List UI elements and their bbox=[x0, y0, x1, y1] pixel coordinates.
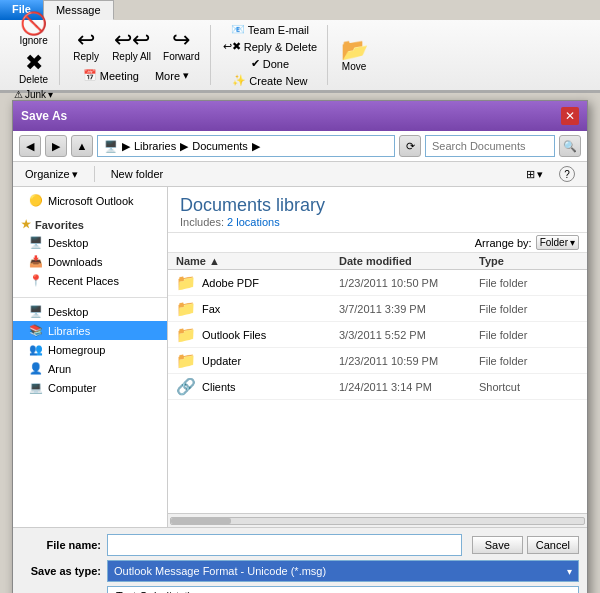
file-name: Updater bbox=[202, 355, 339, 367]
ribbon: File Message 🚫 Ignore ✖ Delete ⚠ Junk ▾ bbox=[0, 0, 600, 93]
move-button[interactable]: 📂 Move bbox=[336, 37, 372, 74]
folder-icon: 📁 bbox=[176, 299, 196, 318]
column-headers: Name ▲ Date modified Type bbox=[168, 253, 587, 270]
downloads-icon: 📥 bbox=[29, 255, 43, 268]
file-type: File folder bbox=[479, 303, 579, 315]
filename-row: File name: Save Cancel bbox=[21, 534, 579, 556]
breadcrumb-documents[interactable]: Documents bbox=[192, 140, 248, 152]
file-type: Shortcut bbox=[479, 381, 579, 393]
tab-message[interactable]: Message bbox=[43, 0, 114, 20]
address-bar: ◀ ▶ ▲ 🖥️ ▶ Libraries ▶ Documents ▶ ⟳ 🔍 bbox=[13, 131, 587, 162]
arun-icon: 👤 bbox=[29, 362, 43, 375]
file-name: Clients bbox=[202, 381, 339, 393]
back-button[interactable]: ◀ bbox=[19, 135, 41, 157]
file-type: File folder bbox=[479, 355, 579, 367]
more-button[interactable]: More ▾ bbox=[151, 68, 193, 83]
folder-icon: 📁 bbox=[176, 351, 196, 370]
organize-button[interactable]: Organize ▾ bbox=[21, 167, 82, 182]
ribbon-group-delete: 🚫 Ignore ✖ Delete ⚠ Junk ▾ bbox=[8, 25, 60, 85]
view-button[interactable]: ⊞ ▾ bbox=[522, 167, 547, 182]
meeting-button[interactable]: 📅 Meeting bbox=[79, 68, 143, 83]
help-button[interactable]: ? bbox=[555, 165, 579, 183]
col-type-header[interactable]: Type bbox=[479, 255, 579, 267]
arrange-row: Arrange by: Folder ▾ bbox=[168, 233, 587, 253]
filename-input[interactable] bbox=[107, 534, 462, 556]
filetype-dropdown-icon: ▾ bbox=[567, 566, 572, 577]
arrange-button[interactable]: Folder ▾ bbox=[536, 235, 579, 250]
filename-label: File name: bbox=[21, 539, 101, 551]
new-folder-button[interactable]: New folder bbox=[107, 167, 168, 181]
up-button[interactable]: ▲ bbox=[71, 135, 93, 157]
file-area: Documents library Includes: 2 locations … bbox=[168, 187, 587, 527]
ribbon-tabs: File Message bbox=[0, 0, 600, 20]
file-row[interactable]: 📁 Outlook Files 3/3/2011 5:52 PM File fo… bbox=[168, 322, 587, 348]
filetype-row: Save as type: Outlook Message Format - U… bbox=[21, 560, 579, 582]
organize-dropdown-icon: ▾ bbox=[72, 168, 78, 181]
horizontal-scrollbar[interactable] bbox=[168, 513, 587, 527]
reply-all-icon: ↩↩ bbox=[114, 29, 150, 51]
meeting-icon: 📅 bbox=[83, 69, 97, 82]
delete-button[interactable]: ✖ Delete bbox=[15, 50, 52, 87]
sidebar-item-downloads[interactable]: 📥 Downloads bbox=[13, 252, 167, 271]
sidebar-item-arun[interactable]: 👤 Arun bbox=[13, 359, 167, 378]
toolbar-sep bbox=[94, 166, 95, 182]
reply-all-button[interactable]: ↩↩ Reply All bbox=[108, 27, 155, 64]
create-new-button[interactable]: ✨ Create New bbox=[228, 73, 311, 88]
create-new-icon: ✨ bbox=[232, 74, 246, 87]
recent-icon: 📍 bbox=[29, 274, 43, 287]
save-button[interactable]: Save bbox=[472, 536, 523, 554]
filetype-selected: Outlook Message Format - Unicode (*.msg) bbox=[114, 565, 567, 577]
sidebar-item-homegroup[interactable]: 👥 Homegroup bbox=[13, 340, 167, 359]
arrange-dropdown-icon: ▾ bbox=[570, 237, 575, 248]
view-icon: ⊞ bbox=[526, 168, 535, 181]
sidebar-favorites-header[interactable]: ★ Favorites bbox=[13, 216, 167, 233]
dropdown-item[interactable]: Text Only (*.txt) bbox=[108, 587, 578, 593]
dialog-bottom: File name: Save Cancel Save as type: Out… bbox=[13, 527, 587, 593]
forward-button[interactable]: ↪ Forward bbox=[159, 27, 204, 64]
sidebar-item-recent[interactable]: 📍 Recent Places bbox=[13, 271, 167, 290]
library-header: Documents library Includes: 2 locations bbox=[168, 187, 587, 233]
breadcrumb-sep: ▶ bbox=[180, 140, 188, 153]
file-date: 1/23/2011 10:59 PM bbox=[339, 355, 479, 367]
filetype-dropdown-list: Text Only (*.txt) Outlook Template (*.of… bbox=[107, 586, 579, 593]
file-row[interactable]: 📁 Updater 1/23/2011 10:59 PM File folder bbox=[168, 348, 587, 374]
team-email-icon: 📧 bbox=[231, 23, 245, 36]
filetype-dropdown[interactable]: Outlook Message Format - Unicode (*.msg)… bbox=[107, 560, 579, 582]
file-row[interactable]: 📁 Fax 3/7/2011 3:39 PM File folder bbox=[168, 296, 587, 322]
cancel-button[interactable]: Cancel bbox=[527, 536, 579, 554]
ribbon-group-move: 📂 Move bbox=[330, 25, 378, 85]
forward-button[interactable]: ▶ bbox=[45, 135, 67, 157]
hscroll-thumb[interactable] bbox=[171, 518, 231, 524]
dialog-title: Save As bbox=[21, 109, 67, 123]
search-input[interactable] bbox=[425, 135, 555, 157]
refresh-button[interactable]: ⟳ bbox=[399, 135, 421, 157]
library-title: Documents library bbox=[180, 195, 575, 216]
help-icon: ? bbox=[559, 166, 575, 182]
team-email-button[interactable]: 📧 Team E-mail bbox=[227, 22, 313, 37]
breadcrumb[interactable]: 🖥️ ▶ Libraries ▶ Documents ▶ bbox=[97, 135, 395, 157]
sidebar-item-desktop1[interactable]: 🖥️ Desktop bbox=[13, 233, 167, 252]
homegroup-icon: 👥 bbox=[29, 343, 43, 356]
col-date-header[interactable]: Date modified bbox=[339, 255, 479, 267]
search-button[interactable]: 🔍 bbox=[559, 135, 581, 157]
done-button[interactable]: ✔ Done bbox=[247, 56, 293, 71]
junk-button[interactable]: ⚠ Junk ▾ bbox=[14, 89, 53, 100]
file-row[interactable]: 🔗 Clients 1/24/2011 3:14 PM Shortcut bbox=[168, 374, 587, 400]
ignore-button[interactable]: 🚫 Ignore bbox=[15, 11, 51, 48]
sidebar-item-desktop2[interactable]: 🖥️ Desktop bbox=[13, 302, 167, 321]
close-button[interactable]: ✕ bbox=[561, 107, 579, 125]
folder-icon: 📁 bbox=[176, 273, 196, 292]
desktop2-icon: 🖥️ bbox=[29, 305, 43, 318]
breadcrumb-libraries[interactable]: Libraries bbox=[134, 140, 176, 152]
sidebar-item-computer[interactable]: 💻 Computer bbox=[13, 378, 167, 397]
filetype-label: Save as type: bbox=[21, 565, 101, 577]
col-name-header[interactable]: Name ▲ bbox=[176, 255, 339, 267]
more-dropdown-icon: ▾ bbox=[183, 69, 189, 82]
locations-link[interactable]: 2 locations bbox=[227, 216, 280, 228]
file-date: 3/3/2011 5:52 PM bbox=[339, 329, 479, 341]
reply-delete-button[interactable]: ↩✖ Reply & Delete bbox=[219, 39, 321, 54]
sidebar-item-outlook[interactable]: 🟡 Microsoft Outlook bbox=[13, 191, 167, 210]
reply-button[interactable]: ↩ Reply bbox=[68, 27, 104, 64]
file-row[interactable]: 📁 Adobe PDF 1/23/2011 10:50 PM File fold… bbox=[168, 270, 587, 296]
sidebar-item-libraries[interactable]: 📚 Libraries bbox=[13, 321, 167, 340]
